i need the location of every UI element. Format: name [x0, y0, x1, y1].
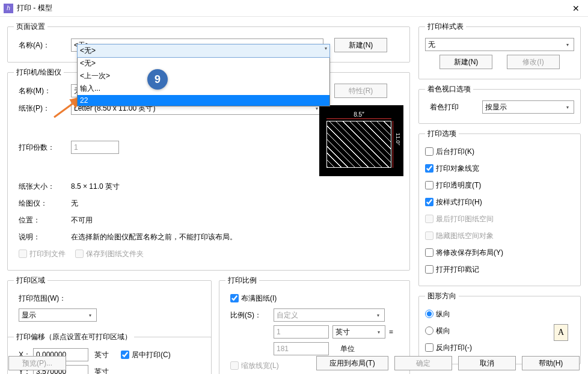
printer-name-label: 名称(M)： [14, 86, 71, 96]
copies-input[interactable] [71, 141, 119, 154]
dropdown-option[interactable]: <上一次> [78, 70, 329, 82]
style-modify-button: 修改(I) [507, 55, 560, 69]
stamp-check[interactable]: 打开打印戳记 [425, 265, 479, 275]
chevron-down-icon: ▾ [373, 310, 383, 320]
print-options-group: 打印选项 后台打印(K) 打印对象线宽 打印透明度(T) 按样式打印(H) 最后… [418, 129, 581, 286]
desc-value: 在选择新的绘图仪配置名称之前，不能打印该布局。 [71, 232, 237, 242]
paper-preview: 8.5″ 11.0″ [319, 105, 403, 176]
style-table-group: 打印样式表 无 ▾ 新建(N) 修改(I) [418, 22, 581, 79]
ok-button: 确定 [394, 356, 452, 370]
save-to-sheet-check[interactable]: 保存到图纸文件夹 [75, 249, 144, 259]
lw-check[interactable]: 打印对象线宽 [425, 164, 479, 174]
style-table-combo[interactable]: 无 ▾ [425, 38, 574, 51]
equals-label: = [385, 328, 397, 336]
portrait-radio[interactable]: 纵向 [425, 309, 450, 319]
printer-legend: 打印机/绘图仪 [14, 67, 64, 78]
fit-paper-check[interactable]: 布满图纸(I) [230, 293, 277, 304]
area-legend: 打印区域 [14, 275, 47, 286]
dropdown-selected: <无> ▾ [77, 44, 330, 58]
shaded-legend: 着色视口选项 [425, 84, 473, 94]
offset-legend: 打印偏移（原点设置在可打印区域） [14, 332, 134, 342]
options-legend: 打印选项 [425, 129, 459, 139]
scale-den-unit: 单位 [332, 344, 363, 354]
plotter-value: 无 [71, 198, 78, 209]
chevron-down-icon: ▾ [374, 327, 384, 337]
paper-label: 纸张(P)： [14, 103, 71, 114]
help-button[interactable]: 帮助(H) [522, 356, 580, 370]
hide-check[interactable]: 隐藏图纸空间对象 [425, 231, 494, 241]
chevron-down-icon: ▾ [563, 102, 572, 112]
orient-legend: 图形方向 [425, 291, 459, 301]
ratio-combo[interactable]: 自定义 ▾ [274, 308, 385, 322]
range-label: 打印范围(W)： [19, 293, 66, 304]
desc-label: 说明： [14, 232, 71, 242]
scale-den-input [274, 342, 329, 355]
shaded-combo[interactable]: 按显示 ▾ [482, 100, 574, 114]
style-print-check[interactable]: 按样式打印(H) [425, 197, 482, 207]
apply-to-layout-button[interactable]: 应用到布局(T) [316, 356, 388, 370]
dim-vertical [393, 121, 393, 168]
window-title: 打印 - 模型 [17, 3, 568, 13]
location-value: 不可用 [71, 215, 93, 225]
title-bar: h 打印 - 模型 ✕ [0, 0, 588, 17]
close-icon[interactable]: ✕ [568, 4, 584, 13]
last-print-check[interactable]: 最后打印图纸空间 [425, 214, 494, 224]
style-table-legend: 打印样式表 [425, 22, 466, 32]
dim-horizontal [326, 118, 391, 119]
dropdown-option[interactable]: <无> [78, 57, 329, 70]
save-layout-check[interactable]: 将修改保存到布局(Y) [425, 248, 503, 258]
print-to-file-check[interactable]: 打印到文件 [19, 249, 66, 259]
range-value: 显示 [22, 310, 36, 320]
page-name-label: 名称(A)： [14, 40, 71, 51]
page-setup-legend: 页面设置 [14, 22, 47, 32]
size-value: 8.5 × 11.0 英寸 [71, 182, 120, 192]
scale-unit-combo[interactable]: 英寸 ▾ [332, 325, 385, 339]
preview-height-label: 11.0″ [395, 133, 401, 146]
chevron-down-icon: ▾ [563, 40, 572, 49]
page-name-dropdown[interactable]: <无> ▾ <无> <上一次> 输入... 22 [77, 44, 330, 106]
app-icon: h [4, 4, 13, 13]
landscape-radio[interactable]: 横向 [425, 326, 450, 336]
chevron-down-icon: ▾ [85, 310, 95, 320]
scale-unit-value: 英寸 [335, 327, 350, 337]
size-label: 纸张大小： [14, 182, 71, 192]
transp-check[interactable]: 打印透明度(T) [425, 180, 481, 191]
plotter-label: 绘图仪： [14, 198, 71, 209]
ratio-label: 比例(S)： [225, 310, 274, 320]
ratio-value: 自定义 [277, 310, 298, 320]
bg-print-check[interactable]: 后台打印(K) [425, 147, 474, 157]
shaded-value: 按显示 [485, 102, 507, 112]
page-new-button[interactable]: 新建(N) [334, 38, 387, 52]
style-new-button[interactable]: 新建(N) [439, 55, 492, 69]
orientation-icon: A [554, 324, 568, 341]
shaded-label: 着色打印 [425, 102, 482, 112]
shaded-viewport-group: 着色视口选项 着色打印 按显示 ▾ [418, 84, 581, 124]
annotation-badge: 9 [147, 69, 168, 90]
scale-legend: 打印比例 [225, 275, 259, 286]
style-table-value: 无 [428, 40, 435, 50]
reverse-print-check[interactable]: 反向打印(-) [425, 343, 472, 353]
range-combo[interactable]: 显示 ▾ [19, 308, 97, 322]
location-label: 位置： [14, 215, 71, 225]
copies-label: 打印份数： [14, 143, 71, 153]
properties-button: 特性(R) [334, 84, 387, 98]
cancel-button[interactable]: 取消 [458, 356, 516, 370]
dropdown-option-highlighted[interactable]: 22 [78, 95, 329, 106]
scale-num-input [274, 325, 329, 339]
orientation-group: 图形方向 纵向 横向 反向打印(-) A [418, 291, 581, 364]
preview-button: 预览(P)... [8, 356, 66, 370]
dropdown-option[interactable]: 输入... [78, 82, 329, 95]
